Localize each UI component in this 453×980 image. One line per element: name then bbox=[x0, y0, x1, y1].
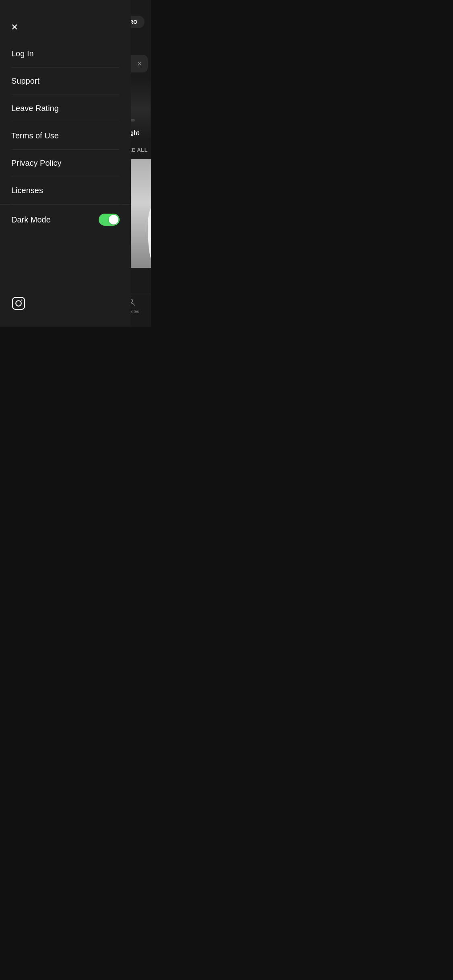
dark-mode-toggle[interactable] bbox=[99, 214, 120, 226]
close-icon: ✕ bbox=[11, 23, 18, 32]
dark-mode-row: Dark Mode bbox=[0, 204, 131, 235]
drawer-header: ✕ bbox=[0, 0, 131, 40]
menu-item-leave-rating[interactable]: Leave Rating bbox=[0, 95, 131, 122]
drawer-menu-list: Log In Support Leave Rating Terms of Use… bbox=[0, 40, 131, 288]
search-close-icon: ✕ bbox=[137, 60, 142, 68]
log-in-label: Log In bbox=[11, 49, 34, 58]
menu-item-log-in[interactable]: Log In bbox=[0, 40, 131, 67]
licenses-label: Licenses bbox=[11, 186, 43, 195]
drawer-footer bbox=[0, 288, 131, 327]
menu-item-privacy-policy[interactable]: Privacy Policy bbox=[0, 150, 131, 177]
toggle-thumb bbox=[109, 215, 118, 224]
support-label: Support bbox=[11, 76, 39, 86]
drawer-menu: ✕ Log In Support Leave Rating Terms of U… bbox=[0, 0, 131, 327]
svg-point-7 bbox=[21, 299, 23, 301]
instagram-button[interactable] bbox=[11, 296, 26, 311]
privacy-policy-label: Privacy Policy bbox=[11, 159, 61, 168]
menu-item-terms-of-use[interactable]: Terms of Use bbox=[0, 122, 131, 149]
svg-point-6 bbox=[16, 301, 21, 306]
menu-item-support[interactable]: Support bbox=[0, 68, 131, 95]
drawer-close-button[interactable]: ✕ bbox=[8, 21, 21, 34]
menu-item-licenses[interactable]: Licenses bbox=[0, 177, 131, 204]
terms-of-use-label: Terms of Use bbox=[11, 131, 59, 140]
svg-rect-5 bbox=[12, 297, 25, 309]
leave-rating-label: Leave Rating bbox=[11, 104, 59, 113]
surfboard-shape bbox=[148, 208, 151, 260]
dark-mode-label: Dark Mode bbox=[11, 215, 99, 224]
